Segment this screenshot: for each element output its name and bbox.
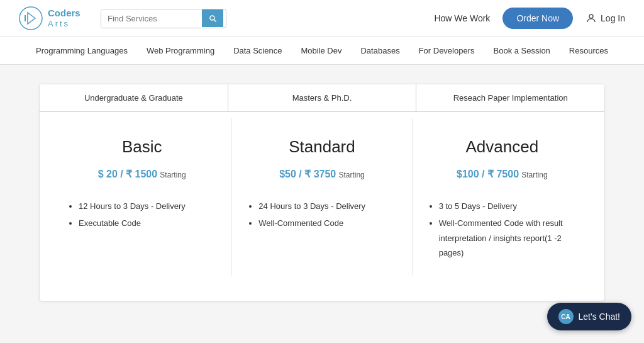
nav-item-web-programming[interactable]: Web Programming [147,46,214,55]
list-item: Well-Commented Code [258,216,396,230]
nav-item-data-science[interactable]: Data Science [233,46,282,55]
tab-undergraduate[interactable]: Undergraduate & Graduate [40,84,228,111]
search-input[interactable] [101,9,202,28]
plan-basic: Basic $ 20 / ₹ 1500 Starting 12 Hours to… [52,118,232,276]
search-bar [101,9,226,28]
plan-advanced: Advanced $100 / ₹ 7500 Starting 3 to 5 D… [413,118,592,276]
list-item: 24 Hours to 3 Days - Delivery [258,199,396,213]
plan-basic-price-suffix: Starting [160,171,186,179]
list-item: Well-Commented Code with result interpre… [439,216,577,260]
list-item: Executable Code [79,216,216,230]
plan-advanced-price-highlight: $100 / ₹ 7500 [457,169,519,179]
tab-research[interactable]: Reseach Paper Implementation [416,84,604,111]
chat-widget[interactable]: CA Let's Chat! [547,303,632,320]
plan-standard-price-highlight: $50 / ₹ 3750 [279,169,336,179]
nav-item-resources[interactable]: Resources [569,46,608,55]
pricing-cards: Basic $ 20 / ₹ 1500 Starting 12 Hours to… [40,112,604,288]
nav-item-databases[interactable]: Databases [360,46,399,55]
logo-arts-text: Arts [48,19,80,29]
header-nav: How We Work Order Now Log In [434,8,625,29]
logo-icon [19,6,43,30]
tabs: Undergraduate & Graduate Masters & Ph.D.… [40,84,604,112]
chat-label: Let's Chat! [579,312,621,320]
chat-logo-icon: CA [558,309,574,320]
nav-bar: Programming Languages Web Programming Da… [0,37,644,65]
plan-basic-features: 12 Hours to 3 Days - Delivery Executable… [67,199,216,231]
user-icon [586,13,597,24]
logo-coders-text: Coders [48,8,80,19]
login-label: Log In [601,13,625,23]
logo[interactable]: Coders Arts [19,6,88,30]
plan-basic-price: $ 20 / ₹ 1500 Starting [67,168,216,180]
nav-item-mobile-dev[interactable]: Mobile Dev [301,46,341,55]
login-area[interactable]: Log In [586,13,625,24]
list-item: 3 to 5 Days - Delivery [439,199,577,213]
plan-advanced-price-suffix: Starting [521,171,547,179]
logo-text: Coders Arts [48,8,80,29]
pricing-section: Undergraduate & Graduate Masters & Ph.D.… [39,84,605,301]
list-item: 12 Hours to 3 Days - Delivery [79,199,216,213]
plan-standard-name: Standard [247,137,396,157]
plan-basic-name: Basic [67,137,216,157]
svg-point-0 [19,7,42,30]
nav-item-book-session[interactable]: Book a Session [494,46,550,55]
plan-standard-price-suffix: Starting [338,171,364,179]
tab-masters[interactable]: Masters & Ph.D. [228,84,417,111]
svg-marker-1 [28,13,35,24]
plan-standard: Standard $50 / ₹ 3750 Starting 24 Hours … [232,118,412,276]
plan-advanced-features: 3 to 5 Days - Delivery Well-Commented Co… [428,199,577,261]
how-we-work-link[interactable]: How We Work [434,13,490,23]
order-now-button[interactable]: Order Now [502,8,573,29]
search-button[interactable] [202,9,223,27]
svg-point-3 [589,14,593,18]
plan-standard-price: $50 / ₹ 3750 Starting [247,168,396,180]
plan-advanced-name: Advanced [428,137,577,157]
plan-advanced-price: $100 / ₹ 7500 Starting [428,168,577,180]
search-icon [208,14,217,23]
plan-standard-features: 24 Hours to 3 Days - Delivery Well-Comme… [247,199,396,231]
header: Coders Arts How We Work Order Now Log In [0,0,644,37]
plan-basic-price-highlight: $ 20 / ₹ 1500 [98,169,158,179]
nav-item-for-developers[interactable]: For Developers [419,46,475,55]
nav-item-programming-languages[interactable]: Programming Languages [36,46,128,55]
